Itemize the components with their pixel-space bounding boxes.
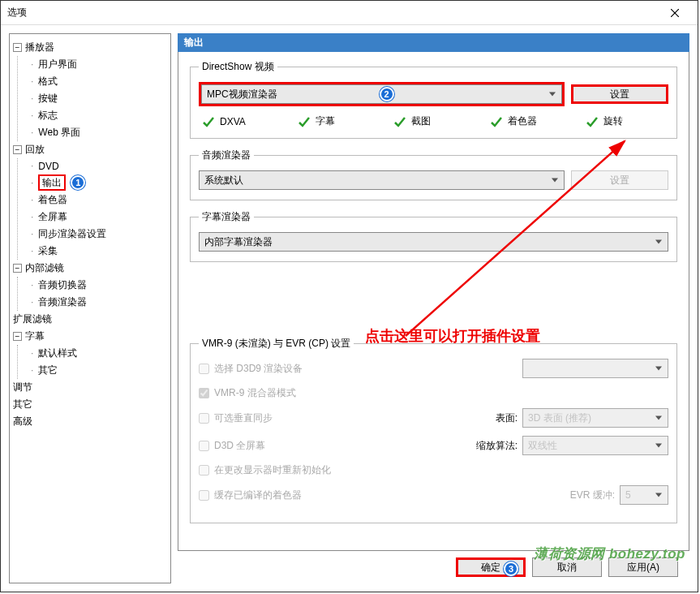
tree-sub[interactable]: −字幕 <box>13 328 167 345</box>
tree-player[interactable]: −播放器 <box>13 39 167 56</box>
tree-adv[interactable]: 高级 <box>13 413 167 430</box>
tree-item[interactable]: 音频渲染器 <box>29 294 167 311</box>
tree-item[interactable]: 格式 <box>29 73 167 90</box>
titlebar: 选项 <box>1 1 698 25</box>
reinit-checkbox <box>199 465 209 476</box>
category-tree[interactable]: −播放器 用户界面 格式 按键 标志 Web 界面 −回放 DVD 输出1 着色… <box>9 33 171 583</box>
check-snap: 截图 <box>393 114 473 128</box>
subtitle-legend: 字幕渲染器 <box>199 210 254 224</box>
subtitle-select-wrap: 内部字幕渲染器 <box>199 232 668 252</box>
check-sub: 字幕 <box>298 114 377 128</box>
tree-tune[interactable]: 调节 <box>13 379 167 396</box>
vsync-checkbox <box>199 413 209 424</box>
section-title: 输出 <box>178 33 689 52</box>
vmr-legend: VMR-9 (未渲染) 与 EVR (CP) 设置 <box>199 337 354 351</box>
subtitle-renderer-select[interactable]: 内部字幕渲染器 <box>199 232 668 252</box>
close-icon <box>671 9 679 17</box>
check-icon <box>393 115 406 128</box>
annotation-badge-1: 1 <box>71 175 85 190</box>
collapse-icon[interactable]: − <box>13 43 22 52</box>
annotation-badge-3: 3 <box>504 562 518 576</box>
surface-select: 3D 表面 (推荐) <box>522 408 668 428</box>
evr-buffers-select: 5 <box>620 485 668 505</box>
audio-group: 音频渲染器 系统默认 设置 <box>190 148 677 200</box>
tree-item[interactable]: 着色器 <box>29 192 167 209</box>
audio-renderer-select[interactable]: 系统默认 <box>199 170 565 190</box>
video-settings-button[interactable]: 设置 <box>571 84 668 104</box>
check-dxva: DXVA <box>202 114 281 128</box>
video-renderer-wrap: MPC视频渲染器 2 <box>199 82 565 106</box>
d3d-fullscreen-checkbox <box>199 441 209 451</box>
annotation-badge-2: 2 <box>380 87 394 101</box>
d3d9-device-checkbox <box>199 364 209 374</box>
capability-checks: DXVA 字幕 截图 着色器 旋转 <box>199 114 668 128</box>
directshow-group: DirectShow 视频 MPC视频渲染器 2 设置 DXVA 字幕 <box>190 60 677 139</box>
tree-playback[interactable]: −回放 <box>13 141 167 158</box>
dialog-footer: 确定3 取消 应用(A) <box>178 551 689 583</box>
check-rotate: 旋转 <box>586 114 665 128</box>
tree-item[interactable]: 音频切换器 <box>29 277 167 294</box>
content-panel: 输出 DirectShow 视频 MPC视频渲染器 2 设置 <box>178 33 689 583</box>
audio-select-wrap: 系统默认 <box>199 170 565 190</box>
d3d9-device-select <box>522 359 668 378</box>
check-icon <box>298 115 311 128</box>
tree-item[interactable]: 采集 <box>29 243 167 260</box>
collapse-icon[interactable]: − <box>13 145 22 154</box>
collapse-icon[interactable]: − <box>13 264 22 273</box>
apply-button[interactable]: 应用(A) <box>608 557 678 577</box>
window-title: 选项 <box>7 6 659 19</box>
check-icon <box>202 115 215 128</box>
directshow-legend: DirectShow 视频 <box>199 60 277 74</box>
options-dialog: 选项 −播放器 用户界面 格式 按键 标志 Web 界面 −回放 DVD 输出1… <box>0 0 698 592</box>
vmr-group: VMR-9 (未渲染) 与 EVR (CP) 设置 选择 D3D9 渲染设备 V… <box>190 337 677 523</box>
tree-filters[interactable]: −内部滤镜 <box>13 260 167 277</box>
tree-item[interactable]: 全屏幕 <box>29 209 167 226</box>
cache-shaders-checkbox <box>199 490 209 501</box>
tree-item[interactable]: 其它 <box>29 362 167 379</box>
tree-misc[interactable]: 其它 <box>13 396 167 413</box>
cancel-button[interactable]: 取消 <box>532 557 602 577</box>
tree-ext[interactable]: 扩展滤镜 <box>13 311 167 328</box>
vmr9-mixer-checkbox <box>199 388 209 398</box>
collapse-icon[interactable]: − <box>13 332 22 341</box>
subtitle-group: 字幕渲染器 内部字幕渲染器 <box>190 210 677 262</box>
check-icon <box>490 115 503 128</box>
audio-legend: 音频渲染器 <box>199 148 254 162</box>
check-icon <box>586 115 599 128</box>
tree-item[interactable]: DVD <box>29 158 167 174</box>
tree-item[interactable]: Web 界面 <box>29 124 167 141</box>
audio-settings-button: 设置 <box>571 170 668 190</box>
tree-item[interactable]: 按键 <box>29 90 167 107</box>
check-shader: 着色器 <box>490 114 569 128</box>
tree-item[interactable]: 标志 <box>29 107 167 124</box>
tree-item-output[interactable]: 输出1 <box>29 174 167 192</box>
tree-item[interactable]: 默认样式 <box>29 345 167 362</box>
close-button[interactable] <box>659 2 691 24</box>
resize-select: 双线性 <box>522 436 668 455</box>
tree-item[interactable]: 同步渲染器设置 <box>29 226 167 243</box>
tree-item[interactable]: 用户界面 <box>29 56 167 73</box>
ok-button[interactable]: 确定3 <box>456 557 526 577</box>
